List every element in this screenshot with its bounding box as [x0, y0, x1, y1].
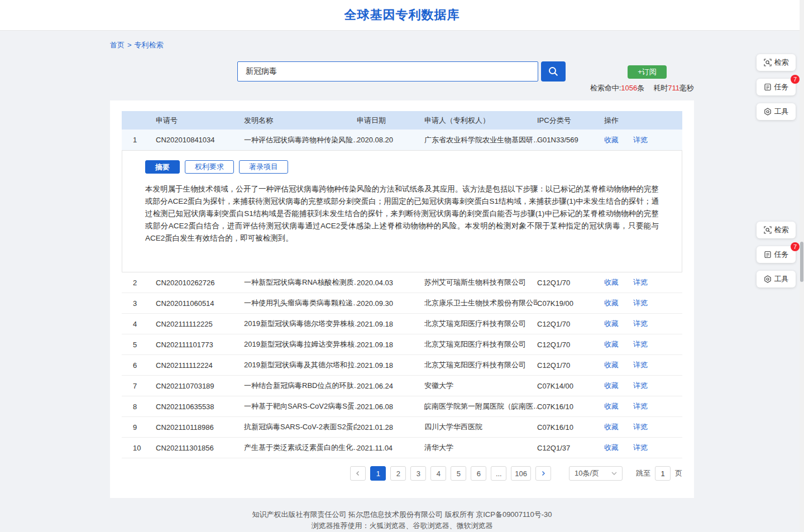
page-button-6[interactable]: 6	[471, 466, 486, 481]
row-invention-title: 一种结合新冠病毒RBD位点的环肽…	[244, 381, 357, 391]
subscribe-button[interactable]: +订阅	[628, 65, 667, 79]
table-row[interactable]: 6 CN202111112224 2019新型冠状病毒及其德尔塔和拉… 2021…	[122, 355, 682, 376]
row-index: 3	[122, 299, 156, 308]
favorite-link[interactable]: 收藏	[604, 443, 619, 453]
row-applicant: 清华大学	[424, 443, 537, 453]
detail-link[interactable]: 详览	[633, 319, 648, 329]
jump-page-input[interactable]	[655, 466, 671, 481]
time-label: 耗时	[653, 84, 668, 92]
table-row[interactable]: 4 CN202111112225 2019新型冠状病毒德尔塔变异株核… 2021…	[122, 314, 682, 334]
footer: 知识产权出版社有限责任公司 拓尔思信息技术股份有限公司 版权所有 京ICP备09…	[0, 510, 804, 530]
page-button-106[interactable]: 106	[511, 466, 531, 481]
scrollbar-thumb[interactable]	[800, 242, 803, 282]
favorite-link[interactable]: 收藏	[604, 339, 619, 349]
app-header: 全球基因专利数据库	[0, 0, 804, 31]
float-task-button[interactable]: 7 任务	[757, 246, 796, 263]
detail-link[interactable]: 详览	[633, 339, 648, 349]
row-index: 2	[122, 279, 156, 287]
float-task-button[interactable]: 7 任务	[757, 79, 796, 95]
favorite-link[interactable]: 收藏	[604, 298, 619, 308]
row-invention-title: 一种基于靶向SARS-CoV2病毒S蛋…	[244, 401, 357, 411]
float-tool-button[interactable]: 工具	[757, 103, 796, 120]
float-search-button[interactable]: 检索	[757, 54, 796, 71]
favorite-link[interactable]: 收藏	[604, 319, 619, 329]
detail-link[interactable]: 详览	[633, 381, 648, 391]
row-actions: 收藏 详览	[604, 339, 682, 349]
row-application-date: 2021.09.18	[357, 361, 424, 370]
chevron-right-icon	[540, 471, 546, 476]
table-row[interactable]: 8 CN202110635538 一种基于靶向SARS-CoV2病毒S蛋… 20…	[122, 396, 682, 417]
page-button-1[interactable]: 1	[370, 466, 386, 481]
float-task-label: 任务	[774, 250, 789, 260]
favorite-link[interactable]: 收藏	[604, 381, 619, 391]
favorite-link[interactable]: 收藏	[604, 277, 619, 287]
tool-icon	[764, 108, 772, 116]
row-application-number: CN202110118986	[156, 423, 244, 432]
row-application-number: CN202110703189	[156, 382, 244, 390]
col-ipc-class: IPC分类号	[537, 116, 604, 126]
next-page-button[interactable]	[535, 466, 551, 481]
row-index: 10	[122, 444, 156, 452]
col-application-number: 申请号	[156, 116, 244, 126]
breadcrumb-current-link[interactable]: 专利检索	[135, 41, 164, 49]
detail-tabs: 摘要权利要求著录项目	[145, 160, 659, 174]
detail-link[interactable]: 详览	[633, 298, 648, 308]
breadcrumb-home-link[interactable]: 首页	[110, 41, 125, 49]
favorite-link[interactable]: 收藏	[604, 360, 619, 370]
float-search-button[interactable]: 检索	[757, 222, 796, 238]
row-invention-title: 2019新型冠状病毒拉姆达变异株核…	[244, 339, 357, 349]
float-tool-label: 工具	[774, 107, 789, 117]
row-actions: 收藏 详览	[604, 277, 682, 287]
page-size-select[interactable]: 10条/页	[569, 466, 623, 481]
table-row[interactable]: 3 CN202011060514 一种使用乳头瘤病毒类病毒颗粒递… 2020.0…	[122, 293, 682, 314]
favorite-link[interactable]: 收藏	[604, 401, 619, 411]
row-actions: 收藏 详览	[604, 360, 682, 370]
page-number-buttons: 123456...106	[370, 466, 531, 481]
page-ellipsis[interactable]: ...	[491, 466, 506, 481]
page-button-4[interactable]: 4	[430, 466, 446, 481]
page-button-3[interactable]: 3	[410, 466, 426, 481]
prev-page-button[interactable]	[350, 466, 366, 481]
page-button-2[interactable]: 2	[390, 466, 406, 481]
row-invention-title: 一种评估冠状病毒跨物种传染风险…	[244, 135, 357, 145]
float-tool-button[interactable]: 工具	[757, 271, 796, 287]
row-actions: 收藏 详览	[604, 135, 682, 145]
floating-toolbar-top: 检索 7 任务 工具	[757, 54, 796, 128]
detail-link[interactable]: 详览	[633, 277, 648, 287]
detail-link[interactable]: 详览	[633, 135, 648, 145]
row-invention-title: 一种新型冠状病毒RNA核酸检测质…	[244, 277, 357, 287]
patent-detail-panel: 摘要权利要求著录项目 本发明属于生物技术领域，公开了一种评估冠状病毒跨物种传染风…	[122, 150, 682, 272]
row-ipc-class: C12Q1/70	[537, 279, 604, 287]
row-applicant: 广东省农业科学院农业生物基因研…	[424, 135, 537, 145]
detail-link[interactable]: 详览	[633, 443, 648, 453]
jump-suffix: 页	[675, 468, 682, 478]
table-row[interactable]: 2 CN202010262726 一种新型冠状病毒RNA核酸检测质… 2020.…	[122, 272, 682, 293]
table-row[interactable]: 10 CN202111301856 产生基于类泛素或泛素蛋白的生化… 2021.…	[122, 438, 682, 458]
table-header-row: 申请号 发明名称 申请日期 申请人（专利权人） IPC分类号 操作	[122, 111, 682, 130]
tab-bibliographic[interactable]: 著录项目	[239, 160, 288, 174]
table-row[interactable]: 9 CN202110118986 抗新冠病毒SARS-CoV-2表面S2蛋白… …	[122, 417, 682, 438]
detail-link[interactable]: 详览	[633, 401, 648, 411]
favorite-link[interactable]: 收藏	[604, 135, 619, 145]
jump-label: 跳至	[636, 468, 650, 478]
favorite-link[interactable]: 收藏	[604, 422, 619, 432]
chevron-left-icon	[355, 471, 361, 476]
row-application-number: CN202011060514	[156, 299, 244, 308]
row-invention-title: 2019新型冠状病毒及其德尔塔和拉…	[244, 360, 357, 370]
detail-link[interactable]: 详览	[633, 360, 648, 370]
page-button-5[interactable]: 5	[451, 466, 466, 481]
row-applicant: 北京艾瑞克阳医疗科技有限公司	[424, 339, 537, 349]
row-ipc-class: C07K16/10	[537, 423, 604, 432]
row-application-number: CN202010841034	[156, 136, 244, 144]
search-input[interactable]	[237, 61, 538, 82]
tab-abstract[interactable]: 摘要	[145, 160, 180, 174]
table-body: 2 CN202010262726 一种新型冠状病毒RNA核酸检测质… 2020.…	[122, 272, 682, 458]
tab-claims[interactable]: 权利要求	[185, 160, 234, 174]
table-row[interactable]: 7 CN202110703189 一种结合新冠病毒RBD位点的环肽… 2021.…	[122, 376, 682, 396]
results-card: 申请号 发明名称 申请日期 申请人（专利权人） IPC分类号 操作 1 CN20…	[110, 100, 694, 498]
detail-link[interactable]: 详览	[633, 422, 648, 432]
footer-copyright: 知识产权出版社有限责任公司 拓尔思信息技术股份有限公司 版权所有 京ICP备09…	[0, 510, 804, 519]
table-row[interactable]: 5 CN202111101773 2019新型冠状病毒拉姆达变异株核… 2021…	[122, 334, 682, 355]
table-row[interactable]: 1 CN202010841034 一种评估冠状病毒跨物种传染风险… 2020.0…	[122, 130, 682, 150]
search-button[interactable]	[541, 61, 566, 82]
